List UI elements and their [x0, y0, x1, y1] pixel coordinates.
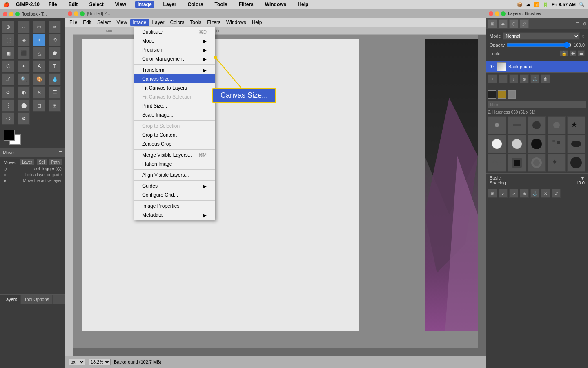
mode-select[interactable]: Normal Multiply Screen — [503, 32, 580, 40]
anchor-layer-btn[interactable]: ⚓ — [530, 74, 539, 83]
search-icon[interactable]: 🔍 — [579, 2, 585, 7]
tool-ink[interactable]: ⊞ — [49, 99, 61, 112]
canvas-menu-tools[interactable]: Tools — [187, 19, 204, 26]
menu-item-zealous-crop[interactable]: Zealous Crop — [134, 139, 215, 148]
tool-move[interactable]: ⊕ — [2, 21, 14, 33]
panel-config-icon[interactable]: ⚙ — [583, 22, 586, 26]
brush-1[interactable] — [488, 116, 506, 134]
tool-text[interactable]: A — [33, 60, 45, 72]
canvas-close[interactable] — [68, 11, 72, 16]
tab-paths-icon[interactable]: ⬡ — [509, 19, 518, 28]
tool-gradient[interactable]: ◻ — [33, 99, 45, 112]
layer-item-background[interactable]: 👁 Background — [486, 61, 588, 72]
canvas-menu-view[interactable]: View — [114, 19, 129, 26]
foreground-color[interactable] — [4, 130, 15, 141]
brush-5[interactable]: ★ — [567, 116, 585, 134]
brush-2[interactable] — [508, 116, 526, 134]
menu-item-scale-image[interactable]: Scale Image... — [134, 110, 215, 119]
canvas-menu-edit[interactable]: Edit — [80, 19, 94, 26]
canvas-max[interactable] — [80, 11, 85, 16]
zoom-select[interactable]: 18.2% 100% 50% 25% — [89, 359, 111, 365]
bg-color-swatch[interactable] — [508, 90, 516, 99]
fg-color-swatch[interactable] — [488, 90, 496, 99]
minimize-button[interactable] — [9, 12, 13, 16]
menu-edit[interactable]: Edit — [66, 1, 80, 8]
menu-tools[interactable]: Tools — [212, 1, 230, 8]
tool-triangle[interactable]: △ — [33, 47, 45, 59]
panel-btn-1[interactable]: ⊞ — [488, 189, 497, 198]
brush-6[interactable] — [488, 135, 506, 153]
pattern-swatch[interactable] — [498, 90, 506, 99]
move-layer[interactable]: Layer — [20, 159, 34, 165]
menu-windows[interactable]: Windows — [263, 1, 289, 8]
tool-text2[interactable]: T — [49, 60, 61, 72]
move-path[interactable]: Path — [49, 159, 62, 165]
menu-help[interactable]: Help — [295, 1, 311, 8]
menu-item-metadata[interactable]: Metadata ▶ — [134, 211, 215, 220]
layer-eye-icon[interactable]: 👁 — [489, 64, 494, 70]
panel-btn-6[interactable]: ✕ — [541, 189, 550, 198]
menu-filters[interactable]: Filters — [236, 1, 256, 8]
brush-9[interactable] — [548, 135, 566, 153]
canvas-menu-file[interactable]: File — [67, 19, 80, 26]
tool-pencil[interactable]: ✏ — [49, 21, 61, 33]
panel-btn-4[interactable]: ⊕ — [520, 189, 529, 198]
tab-brushes-icon[interactable]: 🖊 — [520, 19, 529, 28]
menu-item-align-visible[interactable]: Align Visible Layers... — [134, 171, 215, 180]
brush-10[interactable] — [567, 135, 585, 153]
menu-item-flatten[interactable]: Flatten Image — [134, 159, 215, 168]
apple-icon[interactable]: 🍎 — [3, 2, 9, 7]
tool-path[interactable]: ⬡ — [2, 60, 14, 72]
brush-filter-input[interactable] — [488, 101, 586, 108]
brush-12[interactable] — [508, 154, 526, 172]
brush-dropdown-icon[interactable]: ▼ — [580, 175, 585, 180]
menu-item-guides[interactable]: Guides ▶ — [134, 182, 215, 191]
canvas-menu-layer[interactable]: Layer — [150, 19, 167, 26]
tab-layers-left[interactable]: Layers — [0, 295, 21, 304]
tool-heal[interactable]: 💧 — [49, 73, 61, 85]
tool-blur[interactable]: ◐ — [18, 86, 30, 99]
tool-ellipse[interactable]: ◈ — [18, 34, 30, 46]
right-close[interactable] — [489, 11, 493, 16]
tool-smudge[interactable]: ⟳ — [2, 86, 14, 99]
panel-btn-3[interactable]: ↗ — [509, 189, 518, 198]
brush-13[interactable] — [528, 154, 546, 172]
brush-11[interactable] — [488, 154, 506, 172]
menu-colors[interactable]: Colors — [185, 1, 206, 8]
brush-15[interactable] — [567, 154, 585, 172]
tool-dodge[interactable]: ✕ — [33, 86, 45, 99]
canvas-menu-image[interactable]: Image — [130, 19, 149, 26]
menu-item-print-size[interactable]: Print Size... — [134, 101, 215, 110]
move-selection[interactable]: Sel — [37, 159, 47, 165]
tab-tool-options[interactable]: Tool Options — [21, 295, 53, 304]
canvas-menu-select[interactable]: Select — [95, 19, 113, 26]
tool-settings[interactable]: ⚙ — [18, 112, 30, 125]
tool-bucket[interactable]: 🎨 — [33, 73, 45, 85]
brush-8[interactable] — [528, 135, 546, 153]
canvas-menu-windows[interactable]: Windows — [224, 19, 249, 26]
panel-btn-2[interactable]: ↙ — [499, 189, 508, 198]
tool-clone[interactable]: 🖊 — [2, 73, 14, 85]
mode-reset-icon[interactable]: ↺ — [581, 34, 585, 38]
lock-alpha[interactable]: ☰ — [578, 50, 585, 56]
panel-menu-icon[interactable]: ☰ — [576, 22, 579, 26]
tool-paint[interactable]: ⬛ — [18, 47, 30, 59]
menu-item-mode[interactable]: Mode ▶ — [134, 36, 215, 45]
right-max[interactable] — [501, 11, 506, 16]
menu-image[interactable]: Image — [135, 1, 154, 8]
lock-pixels[interactable]: 🔒 — [560, 50, 568, 56]
lower-layer-btn[interactable]: ↓ — [509, 74, 518, 83]
menu-item-image-props[interactable]: Image Properties — [134, 202, 215, 211]
delete-layer-btn[interactable]: 🗑 — [541, 74, 550, 83]
tool-fuzzy[interactable]: ⬟ — [49, 47, 61, 59]
maximize-button[interactable] — [15, 12, 20, 16]
menu-item-fit-canvas-layers[interactable]: Fit Canvas to Layers — [134, 83, 215, 92]
tool-rect-select[interactable]: ⬚ — [2, 34, 14, 46]
menu-view[interactable]: View — [113, 1, 129, 8]
canvas-menu-filters[interactable]: Filters — [205, 19, 223, 26]
brush-4[interactable] — [548, 116, 566, 134]
tool-star[interactable]: ✦ — [18, 60, 30, 72]
tool-transform[interactable]: ⌖ — [33, 34, 45, 46]
menu-item-configure-grid[interactable]: Configure Grid... — [134, 191, 215, 200]
duplicate-layer-btn[interactable]: ⊕ — [520, 74, 529, 83]
